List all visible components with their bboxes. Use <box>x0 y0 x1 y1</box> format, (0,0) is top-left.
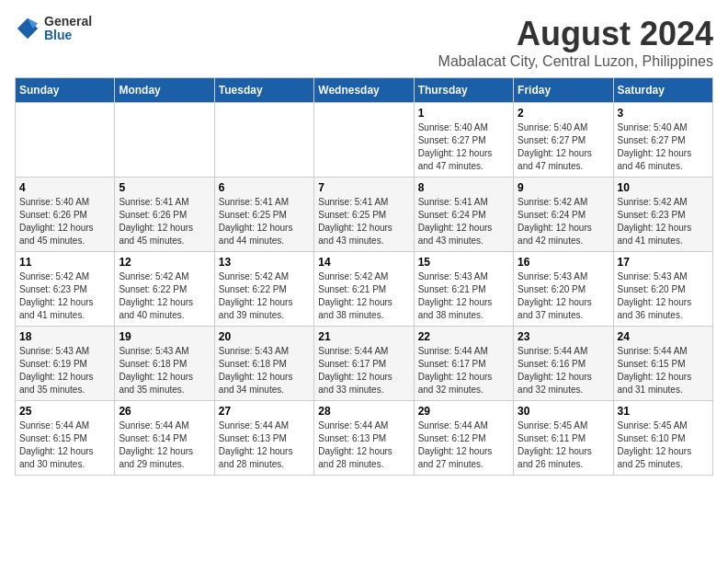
day-number: 3 <box>618 107 709 120</box>
calendar-day-cell: 1Sunrise: 5:40 AMSunset: 6:27 PMDaylight… <box>414 103 513 178</box>
calendar-day-cell: 28Sunrise: 5:44 AMSunset: 6:13 PMDayligh… <box>314 401 414 476</box>
calendar-day-cell: 21Sunrise: 5:44 AMSunset: 6:17 PMDayligh… <box>314 327 414 401</box>
day-info: Sunrise: 5:42 AMSunset: 6:23 PMDaylight:… <box>618 196 709 247</box>
calendar-day-cell: 6Sunrise: 5:41 AMSunset: 6:25 PMDaylight… <box>214 178 313 252</box>
calendar-day-header: Thursday <box>414 78 513 103</box>
calendar-day-cell: 11Sunrise: 5:42 AMSunset: 6:23 PMDayligh… <box>16 252 115 327</box>
day-number: 14 <box>318 256 409 269</box>
day-number: 8 <box>418 181 509 194</box>
day-info: Sunrise: 5:42 AMSunset: 6:24 PMDaylight:… <box>518 196 609 247</box>
day-number: 20 <box>219 330 310 343</box>
calendar-day-cell: 31Sunrise: 5:45 AMSunset: 6:10 PMDayligh… <box>613 401 712 476</box>
logo-icon <box>15 16 40 41</box>
day-number: 22 <box>418 330 509 343</box>
day-number: 27 <box>219 405 310 418</box>
day-info: Sunrise: 5:44 AMSunset: 6:13 PMDaylight:… <box>219 419 310 471</box>
calendar-day-cell: 3Sunrise: 5:40 AMSunset: 6:27 PMDaylight… <box>613 103 712 178</box>
day-info: Sunrise: 5:41 AMSunset: 6:25 PMDaylight:… <box>318 196 409 247</box>
calendar-day-cell <box>314 103 414 178</box>
day-number: 11 <box>19 256 110 269</box>
day-info: Sunrise: 5:43 AMSunset: 6:18 PMDaylight:… <box>219 345 310 396</box>
calendar-day-cell: 13Sunrise: 5:42 AMSunset: 6:22 PMDayligh… <box>214 252 313 327</box>
calendar-day-cell: 14Sunrise: 5:42 AMSunset: 6:21 PMDayligh… <box>314 252 414 327</box>
day-number: 31 <box>618 405 709 418</box>
calendar-day-cell: 9Sunrise: 5:42 AMSunset: 6:24 PMDaylight… <box>514 178 613 252</box>
day-info: Sunrise: 5:42 AMSunset: 6:21 PMDaylight:… <box>318 270 409 322</box>
calendar-day-cell: 22Sunrise: 5:44 AMSunset: 6:17 PMDayligh… <box>414 327 513 401</box>
page-header: General Blue August 2024 Mabalacat City,… <box>15 15 713 70</box>
day-info: Sunrise: 5:45 AMSunset: 6:11 PMDaylight:… <box>518 419 609 471</box>
calendar-day-cell: 16Sunrise: 5:43 AMSunset: 6:20 PMDayligh… <box>514 252 613 327</box>
day-number: 10 <box>618 181 709 194</box>
day-info: Sunrise: 5:40 AMSunset: 6:27 PMDaylight:… <box>518 121 609 173</box>
day-info: Sunrise: 5:43 AMSunset: 6:19 PMDaylight:… <box>19 345 110 396</box>
day-number: 24 <box>618 330 709 343</box>
subtitle: Mabalacat City, Central Luzon, Philippin… <box>438 53 713 70</box>
day-info: Sunrise: 5:41 AMSunset: 6:24 PMDaylight:… <box>418 196 509 247</box>
day-info: Sunrise: 5:44 AMSunset: 6:12 PMDaylight:… <box>418 419 509 471</box>
day-info: Sunrise: 5:42 AMSunset: 6:22 PMDaylight:… <box>119 270 210 322</box>
calendar-day-header: Wednesday <box>314 78 414 103</box>
day-number: 15 <box>418 256 509 269</box>
calendar-week-row: 25Sunrise: 5:44 AMSunset: 6:15 PMDayligh… <box>16 401 713 476</box>
calendar-day-cell: 15Sunrise: 5:43 AMSunset: 6:21 PMDayligh… <box>414 252 513 327</box>
day-info: Sunrise: 5:40 AMSunset: 6:27 PMDaylight:… <box>418 121 509 173</box>
calendar-day-cell: 12Sunrise: 5:42 AMSunset: 6:22 PMDayligh… <box>115 252 214 327</box>
calendar-header-row: SundayMondayTuesdayWednesdayThursdayFrid… <box>16 78 713 103</box>
day-number: 26 <box>119 405 210 418</box>
calendar-day-header: Friday <box>514 78 613 103</box>
day-info: Sunrise: 5:44 AMSunset: 6:17 PMDaylight:… <box>318 345 409 396</box>
day-info: Sunrise: 5:43 AMSunset: 6:20 PMDaylight:… <box>518 270 609 322</box>
day-info: Sunrise: 5:44 AMSunset: 6:17 PMDaylight:… <box>418 345 509 396</box>
day-info: Sunrise: 5:42 AMSunset: 6:22 PMDaylight:… <box>219 270 310 322</box>
calendar-day-header: Monday <box>115 78 214 103</box>
logo-blue-text: Blue <box>44 29 92 42</box>
day-number: 17 <box>618 256 709 269</box>
day-info: Sunrise: 5:44 AMSunset: 6:16 PMDaylight:… <box>518 345 609 396</box>
calendar-day-cell: 17Sunrise: 5:43 AMSunset: 6:20 PMDayligh… <box>613 252 712 327</box>
logo: General Blue <box>15 15 92 43</box>
calendar-week-row: 4Sunrise: 5:40 AMSunset: 6:26 PMDaylight… <box>16 178 713 252</box>
calendar-day-cell: 5Sunrise: 5:41 AMSunset: 6:26 PMDaylight… <box>115 178 214 252</box>
day-info: Sunrise: 5:43 AMSunset: 6:18 PMDaylight:… <box>119 345 210 396</box>
calendar-day-cell: 26Sunrise: 5:44 AMSunset: 6:14 PMDayligh… <box>115 401 214 476</box>
calendar-day-cell: 20Sunrise: 5:43 AMSunset: 6:18 PMDayligh… <box>214 327 313 401</box>
day-info: Sunrise: 5:40 AMSunset: 6:26 PMDaylight:… <box>19 196 110 247</box>
day-number: 5 <box>119 181 210 194</box>
calendar-day-cell: 29Sunrise: 5:44 AMSunset: 6:12 PMDayligh… <box>414 401 513 476</box>
title-block: August 2024 Mabalacat City, Central Luzo… <box>438 15 713 70</box>
calendar-day-cell: 24Sunrise: 5:44 AMSunset: 6:15 PMDayligh… <box>613 327 712 401</box>
svg-marker-0 <box>17 18 38 39</box>
day-number: 29 <box>418 405 509 418</box>
calendar-day-cell: 25Sunrise: 5:44 AMSunset: 6:15 PMDayligh… <box>16 401 115 476</box>
calendar-day-cell: 23Sunrise: 5:44 AMSunset: 6:16 PMDayligh… <box>514 327 613 401</box>
calendar-day-header: Tuesday <box>214 78 313 103</box>
logo-general-text: General <box>44 15 92 29</box>
day-number: 13 <box>219 256 310 269</box>
day-info: Sunrise: 5:43 AMSunset: 6:20 PMDaylight:… <box>618 270 709 322</box>
calendar-week-row: 18Sunrise: 5:43 AMSunset: 6:19 PMDayligh… <box>16 327 713 401</box>
day-info: Sunrise: 5:40 AMSunset: 6:27 PMDaylight:… <box>618 121 709 173</box>
calendar-day-cell: 18Sunrise: 5:43 AMSunset: 6:19 PMDayligh… <box>16 327 115 401</box>
calendar-day-cell <box>214 103 313 178</box>
day-info: Sunrise: 5:43 AMSunset: 6:21 PMDaylight:… <box>418 270 509 322</box>
day-number: 21 <box>318 330 409 343</box>
calendar-day-cell: 10Sunrise: 5:42 AMSunset: 6:23 PMDayligh… <box>613 178 712 252</box>
calendar-day-header: Saturday <box>613 78 712 103</box>
day-number: 4 <box>19 181 110 194</box>
day-number: 18 <box>19 330 110 343</box>
day-number: 2 <box>518 107 609 120</box>
day-number: 12 <box>119 256 210 269</box>
day-info: Sunrise: 5:44 AMSunset: 6:15 PMDaylight:… <box>618 345 709 396</box>
calendar-week-row: 1Sunrise: 5:40 AMSunset: 6:27 PMDaylight… <box>16 103 713 178</box>
calendar-day-header: Sunday <box>16 78 115 103</box>
calendar-day-cell: 19Sunrise: 5:43 AMSunset: 6:18 PMDayligh… <box>115 327 214 401</box>
day-number: 23 <box>518 330 609 343</box>
day-number: 19 <box>119 330 210 343</box>
day-number: 7 <box>318 181 409 194</box>
day-number: 16 <box>518 256 609 269</box>
calendar-day-cell: 30Sunrise: 5:45 AMSunset: 6:11 PMDayligh… <box>514 401 613 476</box>
day-number: 6 <box>219 181 310 194</box>
day-info: Sunrise: 5:41 AMSunset: 6:25 PMDaylight:… <box>219 196 310 247</box>
day-number: 9 <box>518 181 609 194</box>
